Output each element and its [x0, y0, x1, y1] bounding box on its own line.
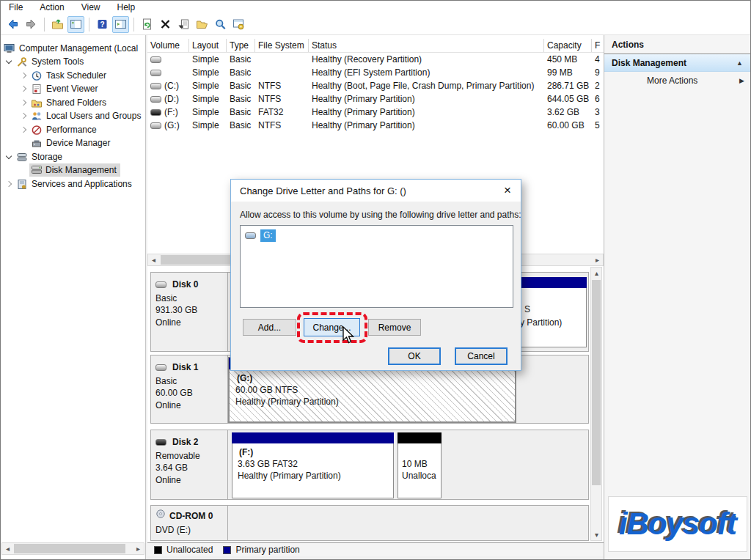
refresh-icon[interactable] [139, 16, 155, 33]
tree-item-task-scheduler[interactable]: Task Scheduler [1, 69, 145, 82]
forward-icon[interactable] [23, 16, 40, 33]
drive-letter-listbox[interactable]: G: [240, 225, 513, 308]
column-header-file-system[interactable]: File System [255, 39, 309, 52]
volume-row[interactable]: (D:) Simple Basic NTFS Healthy (Primary … [147, 92, 604, 106]
scroll-left-icon[interactable]: ◂ [148, 254, 159, 265]
chevron-down-icon[interactable] [6, 57, 12, 63]
tree-item-event-viewer[interactable]: Event Viewer [1, 82, 145, 95]
disk1-label-box[interactable]: Disk 1 Basic 60.00 GB Online [150, 355, 228, 424]
close-icon[interactable]: × [499, 183, 516, 198]
type-cell: Basic [227, 54, 255, 65]
volume-row[interactable]: Simple Basic Healthy (EFI System Partiti… [147, 66, 604, 79]
tools-icon [16, 56, 28, 67]
search-icon[interactable] [212, 16, 229, 33]
dialog-title-bar[interactable]: Change Drive Letter and Paths for G: () [231, 180, 521, 202]
chevron-right-icon[interactable] [21, 127, 26, 133]
disk0-label-box[interactable]: Disk 0 Basic 931.30 GB Online [150, 272, 228, 352]
type-cell: Basic [227, 94, 255, 104]
toolbar-separator [44, 18, 45, 32]
tree-item-disk-management[interactable]: Disk Management [1, 163, 145, 177]
tree-item-local-users-and-groups[interactable]: Local Users and Groups [1, 109, 145, 122]
show-action-pane-icon[interactable] [112, 16, 129, 33]
unallocated-bar [398, 432, 442, 443]
chevron-right-icon[interactable] [21, 73, 26, 78]
free-cell: 2 [592, 81, 604, 91]
delete-icon[interactable] [157, 16, 174, 33]
column-header-capacity[interactable]: Capacity [544, 39, 592, 52]
tree-item-device-manager[interactable]: Device Manager [1, 136, 145, 150]
disk2-label-box[interactable]: Disk 2 Removable 3.64 GB Online [150, 430, 228, 500]
menu-view[interactable]: View [81, 2, 100, 12]
change-button[interactable]: Change... [304, 318, 360, 336]
toolbar: ? [1, 14, 750, 35]
properties-icon[interactable] [175, 16, 192, 33]
scroll-right-icon[interactable]: ▸ [592, 254, 603, 265]
tree-item-storage[interactable]: Storage [1, 150, 145, 163]
ok-button[interactable]: OK [388, 347, 441, 365]
more-actions-item[interactable]: More Actions ▶ [604, 72, 751, 89]
chevron-right-icon[interactable] [6, 181, 12, 187]
actions-group-disk-management[interactable]: Disk Management ▲ [604, 54, 751, 72]
disk-size: 3.64 GB [155, 462, 224, 474]
status-cell: Healthy (Primary Partition) [309, 94, 544, 104]
column-header-volume[interactable]: Volume [147, 39, 189, 52]
volume-row[interactable]: (G:) Simple Basic NTFS Healthy (Primary … [147, 119, 604, 132]
storage-icon [16, 152, 28, 163]
scroll-down-icon[interactable]: ▾ [591, 529, 602, 540]
partition-text-fragment: S [524, 304, 530, 314]
tree-item-system-tools[interactable]: System Tools [1, 55, 145, 68]
tree-item-label: Services and Applications [32, 179, 132, 189]
scrollbar-thumb[interactable] [14, 544, 125, 553]
add-button[interactable]: Add... [243, 319, 296, 336]
selected-drive-letter: G: [260, 229, 276, 242]
folder-up-icon[interactable] [49, 16, 66, 33]
chevron-right-icon[interactable] [21, 86, 26, 92]
chevron-right-icon[interactable] [21, 100, 26, 106]
scroll-right-icon[interactable]: ▸ [133, 543, 144, 554]
help-icon[interactable]: ? [94, 16, 111, 33]
disk-name: CD-ROM 0 [169, 510, 213, 523]
volume-row[interactable]: Simple Basic Healthy (Recovery Partition… [147, 53, 604, 66]
tree-horizontal-scrollbar[interactable]: ◂ ▸ [1, 542, 144, 555]
remove-button[interactable]: Remove [368, 319, 421, 336]
menu-help[interactable]: Help [117, 2, 136, 12]
column-header-free[interactable]: F [592, 39, 604, 52]
scroll-up-icon[interactable]: ▴ [591, 268, 602, 279]
chevron-down-icon[interactable] [6, 152, 12, 158]
column-header-type[interactable]: Type [227, 39, 255, 52]
partition-status: Healthy (Primary Partition) [235, 397, 339, 407]
tree-item-label: Storage [32, 152, 62, 162]
disk2-unallocated-space[interactable]: 10 MB Unalloca [398, 432, 442, 498]
disk-status: Online [155, 474, 224, 487]
show-console-tree-icon[interactable] [67, 16, 84, 33]
settings-icon[interactable] [230, 16, 247, 33]
cancel-button[interactable]: Cancel [455, 347, 508, 365]
capacity-cell: 286.71 GB [544, 81, 592, 91]
menu-action[interactable]: Action [40, 2, 64, 12]
tree-item-services-and-applications[interactable]: Services and Applications [1, 177, 145, 191]
scroll-left-icon[interactable]: ◂ [2, 543, 13, 554]
cdrom0-label-box[interactable]: CD-ROM 0 DVD (E:) [150, 505, 228, 541]
open-folder-icon[interactable] [194, 16, 210, 33]
chevron-right-icon[interactable] [21, 113, 26, 119]
column-header-layout[interactable]: Layout [189, 39, 227, 52]
column-header-status[interactable]: Status [309, 39, 544, 52]
menu-file[interactable]: File [9, 2, 23, 12]
volume-row[interactable]: (F:) Simple Basic FAT32 Healthy (Primary… [147, 106, 604, 119]
back-icon[interactable] [4, 16, 21, 33]
scrollbar-thumb[interactable] [592, 280, 601, 485]
partition-status: Unalloca [402, 471, 436, 481]
status-cell: Healthy (Recovery Partition) [309, 54, 544, 65]
collapse-icon[interactable]: ▲ [736, 59, 743, 67]
disk-kind: Removable [155, 450, 224, 463]
toolbar-separator [89, 18, 89, 32]
tree-item-shared-folders[interactable]: Shared Folders [1, 96, 145, 109]
tree-item-performance[interactable]: Performance [1, 123, 145, 136]
volume-row[interactable]: (C:) Simple Basic NTFS Healthy (Boot, Pa… [147, 79, 604, 92]
drive-icon [245, 232, 256, 239]
disk-pane-vertical-scrollbar[interactable]: ▴ ▾ [590, 267, 602, 541]
disk2-partition-f[interactable]: (F:) 3.63 GB FAT32 Healthy (Primary Part… [232, 432, 394, 498]
performance-icon [31, 125, 43, 136]
tree-item-computer-management[interactable]: Computer Management (Local [1, 42, 145, 55]
drive-letter-list-item-selected[interactable]: G: [245, 229, 276, 242]
